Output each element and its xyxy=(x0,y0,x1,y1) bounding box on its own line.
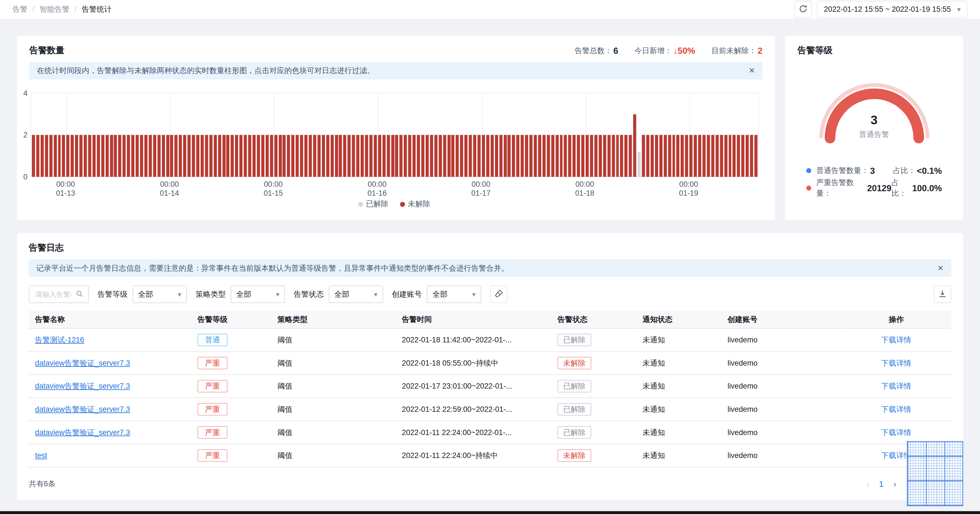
chart-bar[interactable] xyxy=(568,135,571,177)
legend-item-未解除[interactable]: 未解除 xyxy=(399,199,430,209)
chart-bar[interactable] xyxy=(45,135,48,177)
chart-bar[interactable] xyxy=(36,135,39,177)
chart-bar[interactable] xyxy=(226,135,230,177)
chart-bar[interactable] xyxy=(391,135,394,177)
chart-bar[interactable] xyxy=(71,135,74,177)
chart-bar[interactable] xyxy=(490,135,494,177)
chart-bar[interactable] xyxy=(495,135,498,177)
close-icon[interactable]: ✕ xyxy=(749,66,755,75)
chart-bar[interactable] xyxy=(158,135,161,177)
chart-bar[interactable] xyxy=(322,135,325,177)
chart-bar[interactable] xyxy=(188,135,191,177)
chart-bar[interactable] xyxy=(611,135,615,177)
chart-bar[interactable] xyxy=(642,135,645,177)
chart-bar[interactable] xyxy=(348,135,351,177)
chart-bar[interactable] xyxy=(278,135,282,177)
chart-bar[interactable] xyxy=(131,135,134,177)
chart-bar[interactable] xyxy=(41,135,44,177)
chart-bar[interactable] xyxy=(335,135,338,177)
chart-bar[interactable] xyxy=(231,135,234,177)
chart-bar[interactable] xyxy=(257,135,260,177)
chart-bar[interactable] xyxy=(426,135,429,177)
chart-bar[interactable] xyxy=(300,135,303,177)
chart-bar[interactable] xyxy=(387,135,390,177)
chart-bar[interactable] xyxy=(542,135,546,177)
refresh-button[interactable] xyxy=(795,0,812,18)
chart-bar[interactable] xyxy=(66,135,70,177)
chart-bar[interactable] xyxy=(499,135,502,177)
chart-bar[interactable] xyxy=(477,135,480,177)
chart-bar[interactable] xyxy=(586,135,589,177)
alert-name-link[interactable]: dataview告警验证_server7.3 xyxy=(35,382,130,390)
chart-bar[interactable] xyxy=(253,135,256,177)
chart-bar[interactable] xyxy=(343,135,346,177)
chart-bar[interactable] xyxy=(439,135,442,177)
chart-bar[interactable] xyxy=(720,135,723,177)
download-button[interactable] xyxy=(934,286,951,303)
chart-bar[interactable] xyxy=(118,135,121,177)
chart-bar[interactable] xyxy=(123,135,126,177)
alert-name-link[interactable]: dataview告警验证_server7.3 xyxy=(35,404,130,413)
chart-bar[interactable] xyxy=(551,135,554,177)
chart-bar[interactable] xyxy=(200,135,204,177)
chart-bar[interactable] xyxy=(555,135,558,177)
chart-bar[interactable] xyxy=(573,135,576,177)
chart-bar[interactable] xyxy=(447,135,450,177)
chart-bar[interactable] xyxy=(521,135,524,177)
chart-bar[interactable] xyxy=(209,135,212,177)
chart-bar[interactable] xyxy=(473,135,476,177)
chart-bar[interactable] xyxy=(140,135,143,177)
filter-select-3[interactable]: 全部▾ xyxy=(427,286,481,303)
chart-bar[interactable] xyxy=(84,135,87,177)
legend-item-已解除[interactable]: 已解除 xyxy=(358,199,388,209)
chart-bar[interactable] xyxy=(266,135,269,177)
chart-bar[interactable] xyxy=(651,135,654,177)
chart-bar[interactable] xyxy=(733,135,736,177)
chart-bar[interactable] xyxy=(136,135,139,177)
chart-bar[interactable] xyxy=(80,135,83,177)
chart-bar[interactable] xyxy=(430,135,433,177)
chart-bar[interactable] xyxy=(110,135,113,177)
chart-bar[interactable] xyxy=(404,135,407,177)
chart-bar[interactable] xyxy=(101,135,104,177)
chart-bar[interactable] xyxy=(538,135,541,177)
chart-bar[interactable] xyxy=(434,135,438,177)
chart-bar[interactable] xyxy=(369,135,372,177)
chart-bar[interactable] xyxy=(153,135,156,177)
chart-bar[interactable] xyxy=(97,135,100,177)
chart-bar[interactable] xyxy=(214,135,217,177)
chart-bar[interactable] xyxy=(663,135,667,177)
clear-filters-button[interactable] xyxy=(490,286,508,303)
alert-name-link[interactable]: dataview告警验证_server7.3 xyxy=(35,358,130,367)
chart-bar[interactable] xyxy=(274,135,277,177)
chart-bar[interactable] xyxy=(746,135,749,177)
chart-bar[interactable] xyxy=(512,135,515,177)
alert-name-link[interactable]: test xyxy=(35,451,47,460)
chart-bar[interactable] xyxy=(395,135,398,177)
chart-bar[interactable] xyxy=(54,135,57,177)
chart-bar[interactable] xyxy=(616,135,619,177)
chart-bar[interactable] xyxy=(638,152,641,177)
chart-bar[interactable] xyxy=(330,135,334,177)
chart-bar[interactable] xyxy=(326,135,329,177)
chart-bar[interactable] xyxy=(170,135,173,177)
chart-bar[interactable] xyxy=(629,135,632,177)
chart-bar[interactable] xyxy=(196,135,199,177)
alert-name-search[interactable] xyxy=(29,286,89,303)
chart-bar[interactable] xyxy=(633,114,636,177)
chart-bar[interactable] xyxy=(547,135,550,177)
chart-bar[interactable] xyxy=(222,135,225,177)
alert-name-link[interactable]: dataview告警验证_server7.3 xyxy=(35,428,130,436)
filter-select-1[interactable]: 全部▾ xyxy=(231,286,285,303)
chart-bar[interactable] xyxy=(711,135,714,177)
chart-bar[interactable] xyxy=(261,135,264,177)
chart-bar[interactable] xyxy=(460,135,463,177)
chart-bar[interactable] xyxy=(681,135,684,177)
chart-bar[interactable] xyxy=(105,135,108,177)
chart-bar[interactable] xyxy=(114,135,117,177)
chart-bar[interactable] xyxy=(525,135,528,177)
download-detail-link[interactable]: 下载详情 xyxy=(881,382,911,390)
chart-bar[interactable] xyxy=(270,135,273,177)
search-input[interactable] xyxy=(35,290,73,299)
chart-bar[interactable] xyxy=(235,135,238,177)
